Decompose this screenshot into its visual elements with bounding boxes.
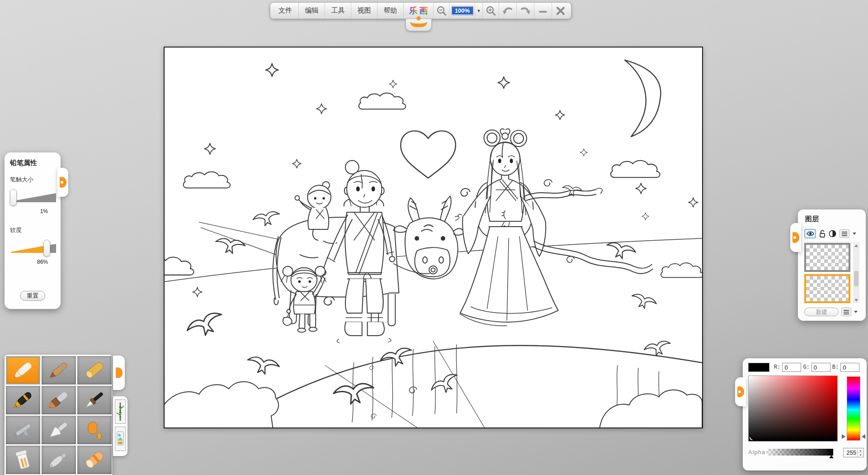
- grip-icon: [60, 177, 66, 188]
- zoom-dropdown-button[interactable]: ▼: [475, 3, 482, 19]
- undo-button[interactable]: [499, 3, 516, 19]
- mascot-smile-icon: [410, 21, 427, 27]
- alpha-spin-up[interactable]: ▲: [858, 448, 863, 453]
- crayon-icon: [80, 359, 109, 382]
- scroll-down-icon[interactable]: [854, 299, 858, 302]
- tool-paint-roller[interactable]: [77, 416, 112, 444]
- hue-marker-left-icon[interactable]: [842, 434, 845, 439]
- reset-button[interactable]: 重置: [20, 291, 45, 301]
- menu-tools[interactable]: 工具: [325, 3, 351, 19]
- sketch-artwork: [165, 48, 702, 428]
- zoom-in-icon: [486, 5, 496, 16]
- alpha-spinner: ▲ ▼: [843, 448, 864, 457]
- color-cursor-icon: [750, 435, 755, 440]
- alpha-marker-icon[interactable]: [829, 455, 834, 458]
- zoom-level-combo[interactable]: 100%: [449, 3, 475, 19]
- layer-item-top[interactable]: [804, 243, 850, 272]
- tool-paint-tube[interactable]: [6, 446, 40, 474]
- tool-airbrush[interactable]: [6, 416, 40, 444]
- tool-palette: [5, 355, 112, 475]
- menu-help[interactable]: 帮助: [377, 3, 403, 19]
- current-color-swatch[interactable]: [748, 363, 769, 372]
- layer-menu-button[interactable]: [840, 229, 849, 238]
- tool-pencil[interactable]: [6, 356, 40, 385]
- undo-icon: [502, 5, 514, 16]
- hue-slider[interactable]: [847, 376, 860, 441]
- layer-item-bottom[interactable]: [804, 274, 850, 303]
- drawing-canvas[interactable]: [164, 47, 703, 428]
- fountain-pen-icon: [9, 389, 38, 412]
- tool-palette-knife[interactable]: [42, 416, 76, 444]
- redo-button[interactable]: [516, 3, 534, 19]
- pencil-panel-title: 铅笔属性: [10, 159, 55, 167]
- tool-wax-crayon[interactable]: [77, 446, 112, 474]
- tool-quill-knife[interactable]: [42, 446, 76, 474]
- zoom-in-button[interactable]: [482, 3, 499, 19]
- layer-visibility-button[interactable]: [804, 229, 816, 238]
- tool-ink-brush[interactable]: [77, 386, 112, 414]
- scrollbar-thumb[interactable]: [854, 271, 859, 286]
- layer-scrollbar[interactable]: [853, 243, 859, 303]
- layers-panel-grip[interactable]: [790, 223, 801, 252]
- alpha-label: Alpha: [748, 449, 766, 456]
- b-input[interactable]: [840, 363, 859, 372]
- softness-handle[interactable]: [43, 240, 50, 256]
- b-label: B:: [832, 364, 839, 370]
- minimize-icon: [538, 6, 548, 16]
- mascot-handle[interactable]: 乐画: [403, 3, 433, 19]
- layer-footer-menu-button[interactable]: [841, 308, 851, 316]
- softness-slider[interactable]: [10, 240, 55, 257]
- pencil-panel-grip[interactable]: [57, 168, 68, 197]
- menu-view[interactable]: 视图: [351, 3, 377, 19]
- alpha-spin-down[interactable]: ▼: [858, 453, 863, 457]
- paint-roller-icon: [80, 418, 109, 442]
- ink-brush-icon: [80, 389, 109, 412]
- pencil-icon: [9, 359, 38, 382]
- grip-icon: [737, 386, 744, 397]
- pencil-properties-panel: 铅笔属性 笔触大小 1% 软度 86% 重置: [5, 152, 61, 309]
- new-layer-button[interactable]: 新建: [804, 308, 839, 316]
- tool-fountain-pen[interactable]: [6, 386, 40, 414]
- saturation-value-field[interactable]: [748, 375, 838, 442]
- mascot-nose-icon: [416, 16, 420, 20]
- tool-palette-grip[interactable]: [113, 356, 125, 390]
- tool-paint-brush[interactable]: [42, 386, 76, 414]
- tool-wood-pencil[interactable]: [42, 356, 76, 385]
- hue-marker-right-icon[interactable]: [862, 434, 865, 439]
- tab-bamboo-brushes[interactable]: [115, 399, 126, 424]
- airbrush-icon: [9, 418, 38, 442]
- bamboo-icon: [117, 402, 124, 422]
- brush-size-slider[interactable]: [10, 189, 55, 206]
- scroll-up-icon[interactable]: [854, 244, 858, 247]
- alpha-slider[interactable]: [766, 449, 833, 456]
- tab-sticker-gallery[interactable]: [115, 427, 126, 451]
- layers-panel-title: 图层: [805, 215, 860, 223]
- menu-edit[interactable]: 编辑: [298, 3, 325, 19]
- palette-knife-icon: [44, 418, 73, 442]
- redo-icon: [519, 5, 531, 16]
- paint-tube-icon: [9, 448, 38, 472]
- sticker-gallery-icon: [117, 429, 124, 449]
- layer-menu-dropdown-icon[interactable]: [853, 233, 856, 235]
- alpha-value-input[interactable]: [844, 448, 857, 457]
- tool-crayon[interactable]: [77, 356, 112, 385]
- lock-open-icon[interactable]: [819, 230, 826, 238]
- menu-file[interactable]: 文件: [272, 3, 298, 19]
- layer-footer-dropdown-icon[interactable]: [854, 311, 858, 313]
- color-panel-grip[interactable]: [735, 377, 746, 406]
- brush-size-track[interactable]: [11, 193, 56, 202]
- softness-value: 86%: [10, 259, 48, 265]
- g-label: G:: [803, 364, 809, 370]
- mascot-face-tab[interactable]: [406, 19, 432, 31]
- close-icon: [556, 6, 566, 16]
- main-toolbar: 文件 编辑 工具 视图 帮助 乐画 100% ▼: [270, 2, 571, 19]
- opacity-icon[interactable]: [829, 230, 836, 238]
- grip-icon: [116, 367, 123, 378]
- minimize-button[interactable]: [534, 3, 552, 19]
- g-input[interactable]: [811, 363, 830, 372]
- zoom-out-button[interactable]: [433, 3, 449, 19]
- r-input[interactable]: [782, 363, 801, 372]
- r-label: R:: [774, 364, 780, 370]
- close-button[interactable]: [552, 3, 569, 19]
- brush-size-handle[interactable]: [10, 189, 17, 206]
